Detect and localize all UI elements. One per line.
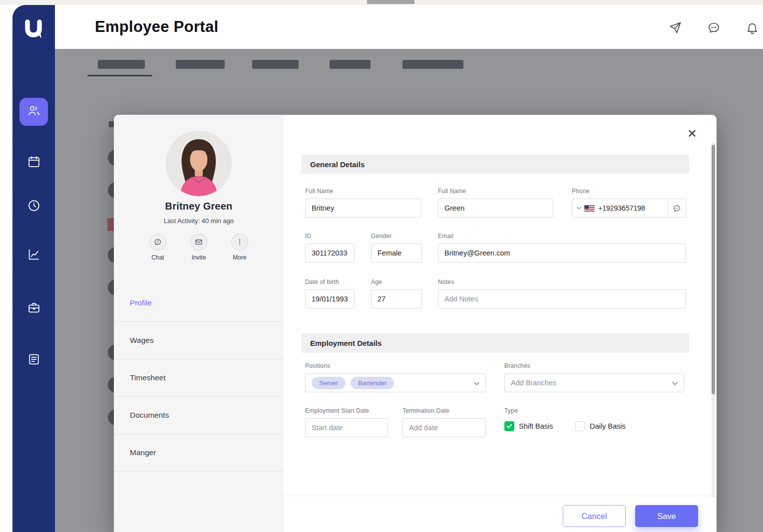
invite-label: Invite xyxy=(192,254,206,261)
more-label: More xyxy=(233,254,246,261)
more-icon xyxy=(231,234,248,251)
notes-label: Notes xyxy=(438,278,454,285)
tab-redacted xyxy=(330,60,371,69)
menu-item-wages[interactable]: Wages xyxy=(114,322,284,359)
first-name-field[interactable] xyxy=(305,199,421,218)
start-date-field[interactable] xyxy=(305,418,388,437)
employment-details-header: Employment Details xyxy=(301,333,689,353)
type-label: Type xyxy=(504,407,518,414)
gender-field[interactable] xyxy=(371,244,422,263)
sidebar-item-jobs[interactable] xyxy=(19,294,48,322)
dob-label: Date of birth xyxy=(305,278,339,285)
shift-basis-label: Shift Basis xyxy=(519,422,553,430)
invite-icon xyxy=(190,234,207,251)
active-tab-underline xyxy=(87,75,152,76)
analytics-icon xyxy=(27,248,41,264)
last-activity: Last Activity: 40 min ago xyxy=(114,217,284,225)
id-field[interactable] xyxy=(305,244,355,263)
profile-menu: Profile Wages Timesheet Documents Manger xyxy=(114,284,284,472)
shift-basis-checkbox[interactable] xyxy=(504,421,514,431)
shift-basis-option[interactable]: Shift Basis xyxy=(504,421,553,431)
notes-field[interactable] xyxy=(438,289,686,308)
sidebar-item-schedule[interactable] xyxy=(19,149,48,177)
last-name-field[interactable] xyxy=(438,199,553,218)
phone-field[interactable]: +19293657198 xyxy=(572,199,686,218)
position-tag[interactable]: Server xyxy=(312,377,346,389)
clock-icon xyxy=(27,199,41,215)
id-label: ID xyxy=(305,233,311,240)
branches-placeholder: Add Branches xyxy=(511,379,556,387)
dob-field[interactable] xyxy=(305,289,355,308)
employee-name: Britney Green xyxy=(114,201,284,212)
sidebar-item-employees[interactable] xyxy=(19,98,48,126)
employee-profile-modal: Britney Green Last Activity: 40 min ago … xyxy=(114,115,717,532)
phone-message-icon[interactable] xyxy=(668,199,686,217)
tab-redacted xyxy=(252,60,299,69)
close-icon[interactable]: ✕ xyxy=(684,126,700,142)
phone-label: Phone xyxy=(572,188,590,195)
email-field[interactable] xyxy=(438,244,686,263)
daily-basis-label: Daily Basis xyxy=(590,422,626,430)
profile-actions: Chat Invite More xyxy=(114,234,284,261)
start-date-label: Employment Start Date xyxy=(305,407,369,414)
notifications-icon[interactable] xyxy=(746,21,759,36)
scrollbar-track[interactable] xyxy=(712,142,715,498)
branches-select[interactable]: Add Branches xyxy=(504,373,684,392)
daily-basis-checkbox[interactable] xyxy=(575,421,585,431)
chat-button[interactable]: Chat xyxy=(146,234,170,261)
termination-date-label: Termination Date xyxy=(402,407,449,414)
sidebar xyxy=(12,5,55,532)
chevron-down-icon xyxy=(577,207,581,210)
scrollbar-thumb[interactable] xyxy=(712,145,715,394)
tab-redacted-active xyxy=(98,60,145,69)
top-header: Employee Portal xyxy=(55,5,763,49)
invite-button[interactable]: Invite xyxy=(187,234,211,261)
last-name-label: Full Name xyxy=(438,188,466,195)
age-label: Age xyxy=(371,278,382,285)
menu-item-manger[interactable]: Manger xyxy=(114,434,284,472)
positions-label: Positions xyxy=(305,362,331,369)
gender-label: Gender xyxy=(371,233,391,240)
profile-form-panel: ✕ General Details Full Name Full Name Ph… xyxy=(284,115,717,532)
tab-redacted xyxy=(402,60,463,69)
page-title: Employee Portal xyxy=(95,18,218,36)
us-flag-icon xyxy=(584,205,595,212)
email-label: Email xyxy=(438,233,453,240)
daily-basis-option[interactable]: Daily Basis xyxy=(575,421,626,431)
chevron-down-icon xyxy=(474,378,479,387)
phone-number: +19293657198 xyxy=(598,204,645,212)
age-field[interactable] xyxy=(371,289,422,308)
top-notch-decoration xyxy=(367,0,414,4)
menu-item-profile[interactable]: Profile xyxy=(114,284,284,322)
save-button[interactable]: Save xyxy=(635,505,698,527)
chat-icon xyxy=(149,234,166,251)
modal-footer: Cancel Save xyxy=(284,497,717,532)
menu-item-timesheet[interactable]: Timesheet xyxy=(114,359,284,397)
general-details-header: General Details xyxy=(301,155,689,174)
users-icon xyxy=(27,104,41,120)
sidebar-item-time[interactable] xyxy=(19,193,48,221)
avatar xyxy=(166,131,231,196)
briefcase-icon xyxy=(27,300,41,316)
send-icon[interactable] xyxy=(669,21,682,36)
messages-icon[interactable] xyxy=(707,21,721,36)
calendar-icon xyxy=(27,155,41,171)
sidebar-item-analytics[interactable] xyxy=(19,242,48,269)
termination-date-field[interactable] xyxy=(402,418,486,437)
app-logo xyxy=(20,16,47,43)
chat-label: Chat xyxy=(151,254,164,261)
profile-side-panel: Britney Green Last Activity: 40 min ago … xyxy=(114,115,284,532)
first-name-label: Full Name xyxy=(305,188,333,195)
positions-select[interactable]: Server Bartender xyxy=(305,373,486,392)
more-button[interactable]: More xyxy=(228,234,252,261)
chevron-down-icon xyxy=(672,378,678,387)
position-tag[interactable]: Bartender xyxy=(351,377,394,389)
branches-label: Branches xyxy=(504,362,530,369)
cancel-button[interactable]: Cancel xyxy=(563,505,626,527)
background-row-marker xyxy=(107,218,114,231)
sidebar-item-documents[interactable] xyxy=(19,346,48,374)
documents-icon xyxy=(27,352,41,368)
tab-redacted xyxy=(176,60,225,69)
menu-item-documents[interactable]: Documents xyxy=(114,397,284,434)
